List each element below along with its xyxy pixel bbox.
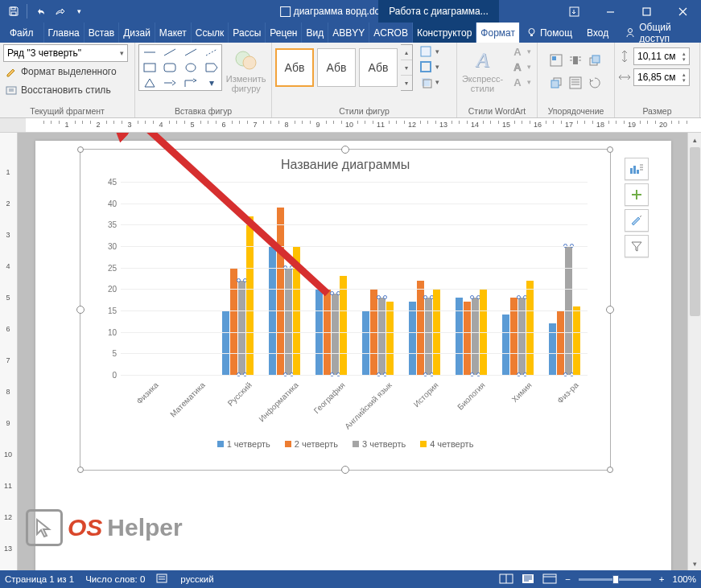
svg-point-7 xyxy=(629,28,633,32)
chart-add-element-button[interactable] xyxy=(625,183,649,206)
text-effects-button[interactable]: A xyxy=(509,75,526,89)
ribbon: Ряд "3 четверть"▾ Формат выделенного Вос… xyxy=(0,43,701,118)
ribbon-tabs: Файл Главна Встав Дизай Макет Ссылк Расс… xyxy=(0,23,701,43)
position-button[interactable] xyxy=(548,53,564,68)
shape-style-item[interactable]: Абв xyxy=(359,48,398,87)
chart-element-selector[interactable]: Ряд "3 четверть"▾ xyxy=(3,44,128,62)
status-page[interactable]: Страница 1 из 1 xyxy=(5,574,74,584)
send-backward-button[interactable] xyxy=(548,76,564,90)
shape-fill-button[interactable] xyxy=(418,44,434,59)
watermark: OSHelper xyxy=(26,509,183,546)
wordart-quick-styles: A Экспресс- стили xyxy=(460,44,505,93)
document-area: 1234567891011121314 Название диаграммы 0… xyxy=(0,133,701,570)
svg-rect-15 xyxy=(421,62,431,72)
close-button[interactable] xyxy=(665,0,701,23)
format-selection-button[interactable]: Формат выделенного xyxy=(3,63,117,80)
page[interactable]: Название диаграммы 051015202530354045 Фи… xyxy=(35,141,671,570)
chart-object[interactable]: Название диаграммы 051015202530354045 Фи… xyxy=(80,149,611,471)
tab-chart-design[interactable]: Конструктор xyxy=(413,23,476,43)
rotate-button[interactable] xyxy=(587,76,603,90)
group-label: Стили фигур xyxy=(275,105,453,117)
shape-style-item[interactable]: Абв xyxy=(275,48,314,87)
shape-style-item[interactable]: Абв xyxy=(317,48,356,87)
svg-rect-9 xyxy=(144,64,155,72)
gallery-scroll[interactable]: ▴▾▾ xyxy=(401,44,413,91)
zoom-slider[interactable] xyxy=(579,578,651,581)
view-print-layout[interactable] xyxy=(522,574,534,586)
chart-plot-area[interactable]: 051015202530354045 xyxy=(121,182,588,375)
share-icon xyxy=(625,27,636,39)
share-button[interactable]: Общий доступ xyxy=(616,23,701,43)
group-label: Вставка фигур xyxy=(138,105,268,117)
text-outline-button[interactable]: A xyxy=(509,60,526,74)
view-read-mode[interactable] xyxy=(499,574,513,586)
svg-rect-27 xyxy=(633,166,636,174)
cursor-icon xyxy=(26,509,63,546)
tab-references[interactable]: Ссылк xyxy=(192,23,229,43)
svg-rect-0 xyxy=(11,7,15,10)
chart-elements-button[interactable] xyxy=(625,158,649,180)
shape-height-input[interactable]: 10,11 см▴▾ xyxy=(633,47,690,65)
svg-point-13 xyxy=(243,56,256,69)
bring-forward-button[interactable] xyxy=(587,53,603,68)
bulb-icon xyxy=(526,27,537,38)
wordart-icon: A xyxy=(470,47,496,73)
svg-rect-5 xyxy=(643,8,650,15)
shape-outline-button[interactable] xyxy=(418,60,434,74)
svg-point-6 xyxy=(529,29,534,35)
tab-layout[interactable]: Макет xyxy=(155,23,192,43)
signin[interactable]: Вход xyxy=(579,23,616,43)
maximize-button[interactable] xyxy=(629,0,665,23)
contextual-tab-title: Работа с диаграмма... xyxy=(378,0,499,23)
chart-styles-button[interactable] xyxy=(625,209,649,232)
group-current-selection: Ряд "3 четверть"▾ Формат выделенного Вос… xyxy=(0,43,135,117)
zoom-level[interactable]: 100% xyxy=(673,574,696,584)
qat-customize-icon[interactable]: ▾ xyxy=(70,2,88,20)
tab-abbyy[interactable]: ABBYY xyxy=(328,23,369,43)
tab-mailings[interactable]: Рассы xyxy=(229,23,266,43)
status-language[interactable]: русский xyxy=(180,574,213,584)
tab-file[interactable]: Файл xyxy=(0,23,44,43)
group-insert-shapes: ▾ Изменить фигуру Вставка фигур xyxy=(135,43,272,117)
group-wordart: A Экспресс- стили A▾ A▾ A▾ Стили WordArt xyxy=(457,43,538,117)
selection-pane-button[interactable] xyxy=(567,76,583,90)
wrap-text-button[interactable] xyxy=(567,53,583,68)
save-icon[interactable] xyxy=(5,2,23,20)
chart-legend[interactable]: 1 четверть2 четверть3 четверть4 четверть xyxy=(80,439,610,449)
undo-icon[interactable] xyxy=(31,2,49,20)
tab-design[interactable]: Дизай xyxy=(119,23,155,43)
tab-view[interactable]: Вид xyxy=(302,23,328,43)
minimize-button[interactable] xyxy=(592,0,629,23)
shape-styles-gallery[interactable]: Абв Абв Абв ▴▾▾ xyxy=(275,44,413,91)
zoom-in-button[interactable]: + xyxy=(659,574,665,584)
shapes-gallery[interactable]: ▾ xyxy=(138,44,222,91)
text-fill-button[interactable]: A xyxy=(509,44,526,59)
status-proofing-icon[interactable] xyxy=(156,573,169,586)
svg-rect-28 xyxy=(637,170,639,174)
group-shape-styles: Абв Абв Абв ▴▾▾ ▾ ▾ ▾ Стили фигур xyxy=(272,43,457,117)
tab-chart-format[interactable]: Формат xyxy=(476,23,520,43)
chart-filters-button[interactable] xyxy=(625,235,649,257)
tell-me[interactable]: Помощ xyxy=(520,23,579,43)
change-shape-icon xyxy=(233,47,259,73)
view-web-layout[interactable] xyxy=(542,574,557,586)
zoom-out-button[interactable]: − xyxy=(565,574,571,584)
shape-effects-button[interactable] xyxy=(418,75,434,89)
tab-insert[interactable]: Встав xyxy=(85,23,119,43)
format-selection-icon xyxy=(5,65,18,78)
tab-review[interactable]: Рецен xyxy=(266,23,302,43)
tab-home[interactable]: Главна xyxy=(44,23,85,43)
svg-rect-33 xyxy=(543,574,556,583)
height-icon xyxy=(618,50,631,63)
group-label: Размер xyxy=(618,105,696,117)
reset-to-match-style-button[interactable]: Восстановить стиль xyxy=(3,81,111,99)
status-words[interactable]: Число слов: 0 xyxy=(85,574,145,584)
vertical-scrollbar[interactable]: ▴ ▾ xyxy=(687,133,701,570)
change-shape-button: Изменить фигуру xyxy=(224,44,268,93)
tab-acrobat[interactable]: ACROB xyxy=(369,23,413,43)
redo-icon[interactable] xyxy=(51,2,68,20)
svg-rect-10 xyxy=(164,64,175,72)
ruler-vertical: 1234567891011121314 xyxy=(0,133,18,570)
ribbon-display-options[interactable] xyxy=(556,0,592,23)
shape-width-input[interactable]: 16,85 см▴▾ xyxy=(633,68,690,86)
